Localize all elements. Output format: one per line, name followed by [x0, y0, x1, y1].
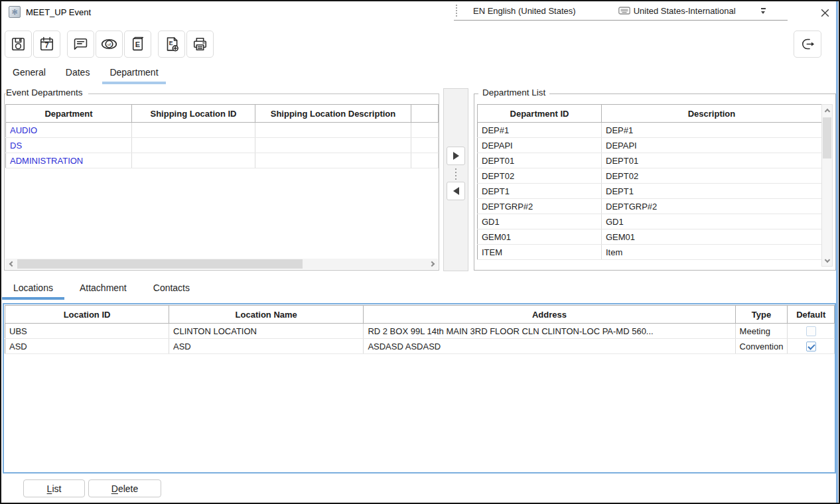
cell: GEM01 [602, 229, 822, 245]
cell [255, 153, 411, 168]
cell: GEM01 [478, 229, 602, 245]
event-departments-label: Event Departments [6, 88, 88, 97]
splitter-dots [455, 168, 456, 180]
main-tabs: GeneralDatesDepartment [5, 62, 171, 84]
table-row[interactable]: DEP#1DEP#1 [478, 123, 822, 138]
save-button[interactable] [5, 31, 32, 58]
calendar-button[interactable]: 7 [33, 31, 60, 58]
default-checkbox[interactable] [806, 342, 816, 351]
print-button[interactable] [186, 31, 214, 58]
column-header: Department ID [478, 105, 602, 123]
langbar-options-button[interactable] [761, 8, 766, 14]
locations-panel: Location IDLocation NameAddressTypeDefau… [3, 303, 836, 473]
cell [411, 123, 439, 138]
cell: Convention [735, 339, 788, 354]
cell[interactable]: DS [6, 138, 132, 153]
keyboard-layout-label[interactable]: United States-International [634, 6, 736, 16]
tab-contacts[interactable]: Contacts [142, 278, 201, 300]
printer-icon [192, 36, 208, 52]
language-label[interactable]: EN English (United States) [473, 6, 576, 16]
cell: ASDASD ASDASD [364, 339, 735, 354]
table-row[interactable]: GD1GD1 [478, 214, 822, 229]
cell: DEPAPI [478, 138, 602, 153]
cell: DEP#1 [478, 123, 602, 138]
add-document-button[interactable]: E [158, 31, 185, 58]
table-row[interactable]: DEPT02DEPT02 [478, 168, 822, 184]
cell: ASD [5, 339, 169, 354]
detail-tabs: LocationsAttachmentContacts [2, 278, 205, 300]
scrollbar-thumb[interactable] [823, 117, 831, 158]
scroll-right-button[interactable] [427, 259, 438, 269]
event-journal-button[interactable]: E [124, 31, 151, 58]
column-header: Location Name [169, 306, 364, 324]
default-checkbox[interactable] [806, 326, 816, 336]
move-left-button[interactable] [447, 182, 465, 200]
column-header: Location ID [5, 306, 169, 324]
tab-attachment[interactable]: Attachment [68, 278, 138, 300]
tab-dates[interactable]: Dates [58, 62, 98, 84]
table-row[interactable]: DEPT01DEPT01 [478, 153, 822, 168]
table-row[interactable]: UBSCLINTON LOCATIONRD 2 BOX 99L 14th MAI… [5, 324, 835, 339]
table-row[interactable]: AUDIO [6, 123, 439, 138]
close-button[interactable] [815, 5, 835, 21]
cell: DEPT02 [602, 168, 822, 184]
cell: ASD [169, 339, 364, 354]
scrollbar-thumb[interactable] [17, 259, 303, 269]
table-row[interactable]: DS [6, 138, 439, 153]
event-departments-group: Event Departments DepartmentShipping Loc… [4, 94, 439, 271]
langbar-grip[interactable] [456, 5, 457, 17]
svg-text:E: E [135, 40, 140, 48]
table-row[interactable]: DEPTGRP#2DEPTGRP#2 [478, 199, 822, 214]
floppy-disk-icon [10, 36, 27, 52]
scroll-down-button[interactable] [822, 255, 832, 266]
table-row[interactable]: GEM01GEM01 [478, 229, 822, 245]
splitter-bar [443, 88, 468, 271]
scroll-up-button[interactable] [822, 105, 832, 115]
cell: RD 2 BOX 99L 14th MAIN 3RD FLOOR CLN CLI… [364, 324, 735, 339]
app-window: ✻ MEET_UP Event EN English (United State… [0, 0, 840, 504]
move-right-button[interactable] [447, 147, 465, 165]
column-header: Shipping Location ID [132, 105, 255, 123]
comment-bubble-icon [72, 36, 89, 52]
cell: GD1 [602, 214, 822, 229]
exit-button[interactable] [794, 31, 821, 58]
eye-uf-icon: uf [100, 35, 118, 53]
svg-text:uf: uf [107, 42, 111, 46]
tab-general[interactable]: General [5, 62, 53, 84]
cell: DEPT01 [602, 153, 822, 168]
document-add-icon: E [163, 36, 180, 53]
table-row[interactable]: DEPT1DEPT1 [478, 184, 822, 199]
table-row[interactable]: DEPAPIDEPAPI [478, 138, 822, 153]
horizontal-scrollbar[interactable] [5, 259, 438, 269]
table-row[interactable]: ASDASDASDASD ASDASDConvention [5, 339, 835, 354]
tab-department[interactable]: Department [102, 62, 165, 84]
cell [255, 138, 411, 153]
list-button[interactable]: List [23, 479, 85, 497]
column-header: Type [735, 306, 788, 324]
scroll-left-button[interactable] [5, 259, 16, 269]
cell [411, 153, 439, 168]
vertical-scrollbar[interactable] [821, 104, 833, 267]
svg-text:E: E [169, 39, 173, 46]
delete-button[interactable]: Delete [88, 479, 161, 497]
cell: DEPT01 [478, 153, 602, 168]
cell [411, 138, 439, 153]
cell[interactable]: ADMINISTRATION [6, 153, 132, 168]
cell: UBS [5, 324, 169, 339]
cell[interactable]: AUDIO [6, 123, 132, 138]
tab-locations[interactable]: Locations [2, 278, 64, 300]
table-row[interactable]: ADMINISTRATION [6, 153, 439, 168]
view-user-fields-button[interactable]: uf [96, 31, 123, 58]
locations-table: Location IDLocation NameAddressTypeDefau… [5, 305, 835, 354]
comments-button[interactable] [67, 31, 94, 58]
department-list-group: Department List Department IDDescription… [474, 94, 836, 271]
event-departments-table: DepartmentShipping Location IDShipping L… [5, 104, 439, 168]
column-header [411, 105, 439, 123]
cell: DEPT02 [478, 168, 602, 184]
sign-out-icon [800, 36, 816, 52]
language-bar[interactable]: EN English (United States) United States… [454, 1, 788, 21]
window-right-accent [836, 1, 838, 503]
table-row[interactable]: ITEMItem [478, 245, 822, 260]
cell: GD1 [478, 214, 602, 229]
cell: Meeting [735, 324, 788, 339]
